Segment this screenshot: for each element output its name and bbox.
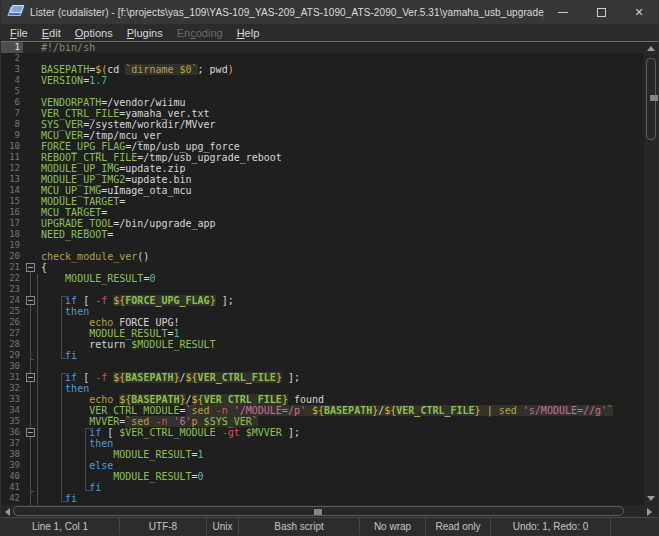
code-text[interactable]: { [41, 262, 47, 273]
fold-toggle-icon[interactable] [26, 428, 35, 437]
code-line[interactable]: 3BASEPATH=$(cd `dirname $0`; pwd) [1, 64, 644, 75]
code-line[interactable]: 12MODULE_UP_IMG=update.zip [1, 163, 644, 174]
code-text[interactable]: echo ${BASEPATH}/${VER_CTRL_FILE} found [41, 394, 324, 405]
vertical-scrollbar[interactable] [644, 42, 658, 505]
code-text[interactable]: MODULE_UP_IMG=update.zip [41, 163, 186, 174]
code-line[interactable]: 14MCU_UP_IMG=uImage_ota_mcu [1, 185, 644, 196]
line-number: 20 [1, 251, 23, 262]
code-text[interactable]: NEED_REBOOT= [41, 229, 113, 240]
code-line[interactable]: 5 [1, 86, 644, 97]
scroll-left-arrow-icon[interactable] [5, 508, 10, 516]
code-line[interactable]: 35 MVVER=`sed -n '6'p $SYS_VER` [1, 416, 644, 427]
code-text[interactable]: VENDORPATH=/vendor/wiimu [41, 97, 186, 108]
code-line[interactable]: 29 fi [1, 350, 644, 361]
code-line[interactable]: 10FORCE_UPG_FLAG=/tmp/usb_upg_force [1, 141, 644, 152]
code-line[interactable]: 6VENDORPATH=/vendor/wiimu [1, 97, 644, 108]
code-text[interactable]: UPGRADE_TOOL=/bin/upgrade_app [41, 218, 216, 229]
menu-item-file[interactable]: File [3, 26, 35, 40]
menu-item-edit[interactable]: Edit [35, 26, 68, 40]
code-line[interactable]: 1#!/bin/sh [1, 42, 644, 53]
code-line[interactable]: 31 if [ -f ${BASEPATH}/${VER_CTRL_FILE} … [1, 372, 644, 383]
code-area[interactable]: 1#!/bin/sh23BASEPATH=$(cd `dirname $0`; … [1, 42, 644, 505]
code-line[interactable]: 33 echo ${BASEPATH}/${VER_CTRL_FILE} fou… [1, 394, 644, 405]
line-number: 9 [1, 130, 23, 141]
code-line[interactable]: 4VERSION=1.7 [1, 75, 644, 86]
code-line[interactable]: 22 MODULE_RESULT=0 [1, 273, 644, 284]
code-text[interactable]: fi [41, 350, 77, 361]
code-line[interactable]: 11REBOOT_CTRL_FILE=/tmp/usb_upgrade_rebo… [1, 152, 644, 163]
code-line[interactable]: 28 return $MODULE_RESULT [1, 339, 644, 350]
code-text[interactable]: BASEPATH=$(cd `dirname $0`; pwd) [41, 64, 234, 75]
code-text[interactable]: FORCE_UPG_FLAG=/tmp/usb_upg_force [41, 141, 240, 152]
code-line[interactable]: 39 else [1, 460, 644, 471]
code-line[interactable]: 20check_module_ver() [1, 251, 644, 262]
code-text[interactable]: MODULE_UP_IMG2=update.bin [41, 174, 192, 185]
code-text[interactable]: VER_CTRL_MODULE=`sed -n '/MODULE=/p' ${B… [41, 405, 613, 416]
code-line[interactable]: 21{ [1, 262, 644, 273]
horizontal-scrollbar-thumb[interactable] [13, 506, 624, 516]
code-line[interactable]: 30 [1, 361, 644, 372]
scroll-right-arrow-icon[interactable] [647, 508, 652, 516]
code-line[interactable]: 40 MODULE_RESULT=0 [1, 471, 644, 482]
menu-item-plugins[interactable]: Plugins [120, 26, 170, 40]
code-text[interactable]: MVVER=`sed -n '6'p $SYS_VER` [41, 416, 258, 427]
code-line[interactable]: 27 MODULE_RESULT=1 [1, 328, 644, 339]
code-line[interactable]: 9MCU_VER=/tmp/mcu_ver [1, 130, 644, 141]
fold-toggle-icon[interactable] [26, 296, 35, 305]
maximize-button[interactable] [582, 0, 620, 24]
gutter-fold-line [30, 272, 31, 505]
menu-item-help[interactable]: Help [230, 26, 267, 40]
code-text[interactable]: if [ -f ${BASEPATH}/${VER_CTRL_FILE} ]; [41, 372, 300, 383]
code-line[interactable]: 37 then [1, 438, 644, 449]
scroll-up-arrow-icon[interactable] [647, 46, 655, 51]
code-line[interactable]: 19 [1, 240, 644, 251]
code-line[interactable]: 17UPGRADE_TOOL=/bin/upgrade_app [1, 218, 644, 229]
code-text[interactable]: MODULE_RESULT=0 [41, 273, 155, 284]
code-line[interactable]: 41 fi [1, 482, 644, 493]
code-line[interactable]: 26 echo FORCE UPG! [1, 317, 644, 328]
code-editor[interactable]: 1#!/bin/sh23BASEPATH=$(cd `dirname $0`; … [1, 42, 658, 505]
code-text[interactable]: else [41, 460, 113, 471]
code-text[interactable]: #!/bin/sh [41, 42, 95, 53]
line-number: 34 [1, 405, 23, 416]
menu-item-options[interactable]: Options [68, 26, 120, 40]
vertical-scrollbar-thumb[interactable] [646, 58, 656, 140]
code-text[interactable]: return $MODULE_RESULT [41, 339, 216, 350]
code-line[interactable]: 34 VER_CTRL_MODULE=`sed -n '/MODULE=/p' … [1, 405, 644, 416]
code-line[interactable]: 24 if [ -f ${FORCE_UPG_FLAG} ]; [1, 295, 644, 306]
code-text[interactable]: check_module_ver() [41, 251, 149, 262]
code-text[interactable]: MCU_VER=/tmp/mcu_ver [41, 130, 161, 141]
code-line[interactable]: 8SYS_VER=/system/workdir/MVver [1, 119, 644, 130]
code-line[interactable]: 18NEED_REBOOT= [1, 229, 644, 240]
code-line[interactable]: 13MODULE_UP_IMG2=update.bin [1, 174, 644, 185]
code-line[interactable]: 32 then [1, 383, 644, 394]
minimize-button[interactable] [544, 0, 582, 24]
code-text[interactable]: VERSION=1.7 [41, 75, 107, 86]
code-text[interactable]: fi [41, 482, 101, 493]
code-text[interactable]: MODULE_TARGET= [41, 196, 125, 207]
code-line[interactable]: 15MODULE_TARGET= [1, 196, 644, 207]
close-button[interactable]: ✕ [620, 0, 658, 24]
code-line[interactable]: 2 [1, 53, 644, 64]
code-line[interactable]: 25 then [1, 306, 644, 317]
code-line[interactable]: 36 if [ $VER_CTRL_MODULE -gt $MVVER ]; [1, 427, 644, 438]
scroll-down-arrow-icon[interactable] [647, 496, 655, 501]
code-text[interactable]: then [41, 438, 113, 449]
fold-toggle-icon[interactable] [26, 263, 35, 272]
line-number: 35 [1, 416, 23, 427]
code-text[interactable]: fi [41, 493, 77, 504]
code-text[interactable]: SYS_VER=/system/workdir/MVver [41, 119, 216, 130]
code-line[interactable]: 16MCU_TARGET= [1, 207, 644, 218]
code-text[interactable]: VER_CTRL_FILE=yamaha_ver.txt [41, 108, 210, 119]
code-text[interactable]: if [ $VER_CTRL_MODULE -gt $MVVER ]; [41, 427, 300, 438]
code-text[interactable]: if [ -f ${FORCE_UPG_FLAG} ]; [41, 295, 234, 306]
code-line[interactable]: 38 MODULE_RESULT=1 [1, 449, 644, 460]
fold-toggle-icon[interactable] [26, 373, 35, 382]
code-line[interactable]: 23 [1, 284, 644, 295]
code-line[interactable]: 7VER_CTRL_FILE=yamaha_ver.txt [1, 108, 644, 119]
code-text[interactable]: MCU_TARGET= [41, 207, 107, 218]
code-line[interactable]: 42 fi [1, 493, 644, 504]
code-text[interactable]: MCU_UP_IMG=uImage_ota_mcu [41, 185, 192, 196]
code-text[interactable]: REBOOT_CTRL_FILE=/tmp/usb_upgrade_reboot [41, 152, 282, 163]
app-icon [8, 5, 24, 19]
